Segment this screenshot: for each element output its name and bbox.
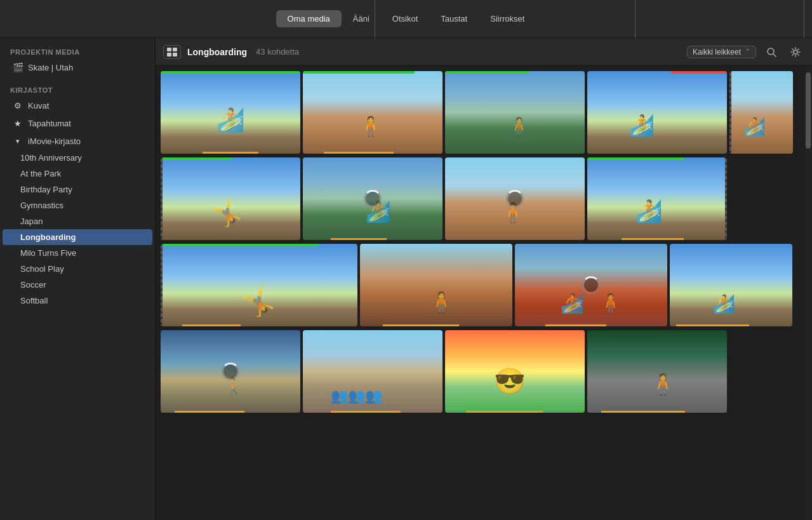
sidebar-kuvat-label: Kuvat xyxy=(28,101,49,110)
video-thumb-4-4[interactable]: 🧍 xyxy=(587,330,727,413)
sidebar-item-project[interactable]: 🎬 Skate | Utah xyxy=(3,58,152,76)
sidebar-item-imovie-kirjasto[interactable]: ▾ iMovie-kirjasto xyxy=(3,132,152,150)
sidebar-item-softball[interactable]: Softball xyxy=(3,293,152,309)
tab-otsikot[interactable]: Otsikot xyxy=(381,10,429,27)
grid-icon: ⚙ xyxy=(13,100,23,110)
star-icon: ★ xyxy=(13,118,23,128)
tab-taustat[interactable]: Taustat xyxy=(429,10,479,27)
svg-rect-0 xyxy=(167,48,171,51)
svg-rect-1 xyxy=(173,48,177,51)
sidebar-item-10th-anniversary[interactable]: 10th Anniversary xyxy=(3,150,152,166)
sidebar-tapahtumat-label: Tapahtumat xyxy=(28,119,71,128)
grid-row-2: 🤸 🏄 🧍 xyxy=(161,157,799,240)
video-thumb-2-2[interactable]: 🏄 xyxy=(303,157,443,240)
video-thumb-3-3[interactable]: 🏄 🧍 xyxy=(515,244,667,326)
video-thumb-1-5[interactable]: 🏄 xyxy=(729,71,793,154)
video-thumb-1-2[interactable]: 🧍 xyxy=(303,71,443,154)
sidebar-item-gymnastics[interactable]: Gymnastics xyxy=(3,197,152,213)
content-header: Longboarding 43 kohdetta Kaikki leikkeet… xyxy=(156,38,812,66)
video-grid: 🏄 🧍 xyxy=(156,66,804,520)
video-thumb-3-4[interactable]: 🏄 xyxy=(670,244,792,326)
content-panel: Longboarding 43 kohdetta Kaikki leikkeet… xyxy=(156,38,812,520)
sidebar-project-label: Skate | Utah xyxy=(28,63,73,72)
sidebar-item-tapahtumat[interactable]: ★ Tapahtumat xyxy=(3,114,152,132)
sidebar-imovie-label: iMovie-kirjasto xyxy=(28,137,81,146)
sidebar-item-soccer[interactable]: Soccer xyxy=(3,277,152,293)
sidebar-item-japan[interactable]: Japan xyxy=(3,213,152,229)
video-thumb-4-1[interactable]: 🚶 xyxy=(161,330,300,413)
filter-label: Kaikki leikkeet xyxy=(693,48,741,57)
sidebar-item-kuvat[interactable]: ⚙ Kuvat xyxy=(3,97,152,114)
sidebar-item-at-the-park[interactable]: At the Park xyxy=(3,166,152,182)
chevron-down-icon: ▾ xyxy=(13,136,23,146)
grid-row-4: 🚶 👥👥👥 😎 xyxy=(161,330,799,413)
video-thumb-4-2[interactable]: 👥👥👥 xyxy=(303,330,443,413)
sidebar: PROJEKTIN MEDIA 🎬 Skate | Utah KIRJASTOT… xyxy=(0,38,156,520)
main-area: PROJEKTIN MEDIA 🎬 Skate | Utah KIRJASTOT… xyxy=(0,38,812,520)
grid-row-3: 🤸 🧍 🏄 xyxy=(161,244,799,326)
settings-button[interactable] xyxy=(787,43,804,61)
video-thumb-1-4[interactable]: 🏄 xyxy=(587,71,727,154)
sidebar-section-projektin-media: PROJEKTIN MEDIA xyxy=(0,38,155,58)
video-thumb-1-3[interactable]: 🧍 xyxy=(445,71,585,154)
video-thumb-2-3[interactable]: 🧍 xyxy=(445,157,585,240)
loading-spinner-4 xyxy=(222,363,239,380)
top-toolbar: Oma media Ääni Otsikot Taustat Siirrokse… xyxy=(0,0,812,38)
scroll-track[interactable] xyxy=(804,66,812,520)
sidebar-section-kirjastot: KIRJASTOT xyxy=(0,76,155,97)
sidebar-item-milo-turns-five[interactable]: Milo Turns Five xyxy=(3,245,152,261)
sidebar-item-birthday-party[interactable]: Birthday Party xyxy=(3,182,152,197)
scroll-thumb[interactable] xyxy=(806,72,811,149)
grid-toggle-button[interactable] xyxy=(163,45,181,59)
loading-spinner-3 xyxy=(582,276,600,294)
grid-row-1: 🏄 🧍 xyxy=(161,71,799,154)
video-thumb-3-2[interactable]: 🧍 xyxy=(360,244,512,326)
search-button[interactable] xyxy=(762,43,780,61)
content-count: 43 kohdetta xyxy=(256,47,299,57)
sidebar-item-longboarding[interactable]: Longboarding xyxy=(3,229,152,245)
tab-siirrokset[interactable]: Siirrokset xyxy=(479,10,536,27)
film-icon: 🎬 xyxy=(13,62,23,72)
svg-line-5 xyxy=(773,54,776,57)
loading-spinner-2 xyxy=(506,190,524,208)
svg-point-6 xyxy=(794,50,797,54)
tab-oma-media[interactable]: Oma media xyxy=(276,10,342,27)
content-title: Longboarding xyxy=(187,47,247,57)
video-thumb-2-1[interactable]: 🤸 xyxy=(161,157,300,240)
filter-chevron-icon: ⌃ xyxy=(745,48,750,56)
video-thumb-1-1[interactable]: 🏄 xyxy=(161,71,300,154)
svg-rect-3 xyxy=(173,53,177,57)
loading-spinner xyxy=(364,190,382,208)
sidebar-item-school-play[interactable]: School Play xyxy=(3,261,152,277)
video-thumb-4-3[interactable]: 😎 xyxy=(445,330,585,413)
svg-rect-2 xyxy=(167,53,171,57)
video-thumb-3-1[interactable]: 🤸 xyxy=(161,244,357,326)
filter-dropdown-wrap[interactable]: Kaikki leikkeet ⌃ xyxy=(687,46,756,58)
video-thumb-2-4[interactable]: 🏄 xyxy=(587,157,727,240)
